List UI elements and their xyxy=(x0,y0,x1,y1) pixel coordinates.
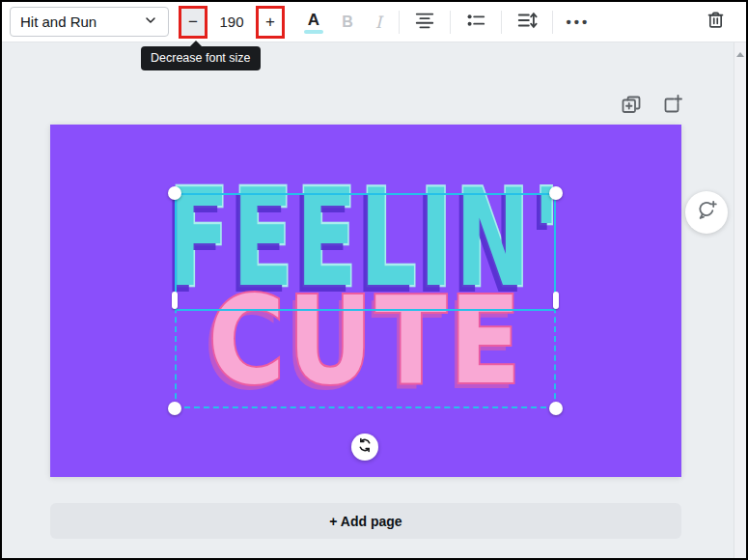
duplicate-page-button[interactable] xyxy=(617,93,646,122)
text-color-button[interactable]: A xyxy=(296,11,331,34)
scroll-up-arrow-icon[interactable] xyxy=(736,52,744,57)
scrollbar[interactable] xyxy=(734,42,746,558)
chevron-down-icon xyxy=(143,13,158,32)
bold-button[interactable]: B xyxy=(331,14,364,31)
comment-plus-icon xyxy=(695,199,718,226)
tooltip: Decrease font size xyxy=(141,46,261,70)
italic-button[interactable]: I xyxy=(364,13,393,32)
toolbar-divider xyxy=(399,11,400,34)
decrease-font-size-button[interactable]: − xyxy=(181,9,205,36)
rotate-handle[interactable] xyxy=(351,434,378,461)
trash-icon xyxy=(706,10,726,34)
font-size-value[interactable]: 190 xyxy=(208,14,256,30)
toolbar-divider xyxy=(552,11,553,34)
resize-handle-right[interactable] xyxy=(553,292,559,309)
text-element-line2[interactable]: CUTE xyxy=(208,281,523,401)
text-color-swatch xyxy=(304,30,323,34)
page-actions xyxy=(617,93,686,122)
add-page-icon-button[interactable] xyxy=(657,93,686,122)
duplicate-page-icon xyxy=(620,94,643,121)
resize-handle-top-right[interactable] xyxy=(549,186,563,200)
font-family-value: Hit and Run xyxy=(20,14,97,30)
editor-window: Hit and Run − 190 + A B I xyxy=(0,0,748,560)
resize-handle-bottom-left[interactable] xyxy=(168,402,181,415)
highlight-box-decrease: − xyxy=(179,6,208,39)
resize-handle-left[interactable] xyxy=(172,292,178,309)
design-page[interactable]: FEELIN' CUTE xyxy=(50,125,681,477)
bullet-list-button[interactable] xyxy=(457,7,495,38)
resize-handle-bottom-right[interactable] xyxy=(549,402,563,415)
tooltip-text: Decrease font size xyxy=(151,51,251,65)
line-spacing-icon xyxy=(516,10,538,35)
highlight-box-increase: + xyxy=(256,6,285,39)
rotate-icon xyxy=(357,437,373,457)
text-align-button[interactable] xyxy=(405,7,444,38)
tooltip-arrow xyxy=(189,41,203,47)
list-icon xyxy=(465,10,486,35)
delete-button[interactable] xyxy=(696,7,734,38)
toolbar-divider xyxy=(450,11,451,34)
line-spacing-button[interactable] xyxy=(508,7,546,38)
more-options-button[interactable]: ••• xyxy=(559,7,597,38)
font-family-selector[interactable]: Hit and Run xyxy=(10,7,169,37)
add-page-icon xyxy=(660,94,683,121)
text-color-label: A xyxy=(308,11,319,29)
resize-handle-top-left[interactable] xyxy=(168,186,181,200)
increase-font-size-button[interactable]: + xyxy=(259,9,282,36)
toolbar-divider xyxy=(501,11,502,34)
align-center-icon xyxy=(414,10,435,35)
add-page-button[interactable]: + Add page xyxy=(50,503,681,539)
text-toolbar: Hit and Run − 190 + A B I xyxy=(2,2,746,42)
add-comment-button[interactable] xyxy=(685,191,728,234)
